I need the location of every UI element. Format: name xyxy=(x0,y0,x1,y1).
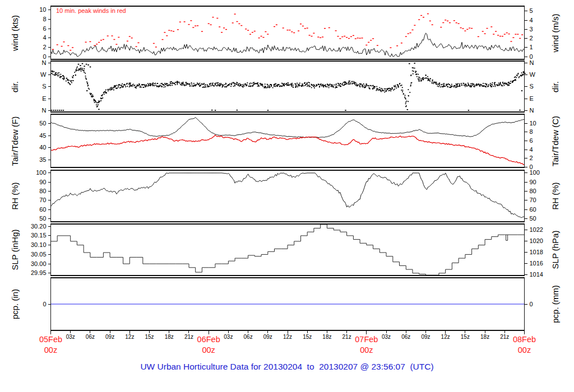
wind-peak-dot xyxy=(519,38,521,39)
dir-dot xyxy=(269,86,270,87)
dir-dot xyxy=(56,74,57,75)
dir-dot xyxy=(250,86,251,87)
dir-dot xyxy=(101,99,102,100)
wind-peak-dot xyxy=(173,31,174,31)
dir-dot xyxy=(130,86,131,87)
wind-peak-dot xyxy=(184,21,186,22)
dir-dot xyxy=(311,87,312,88)
wind-peak-dot xyxy=(377,45,378,46)
dir-dot xyxy=(128,83,129,85)
dir-dot xyxy=(166,83,167,85)
dir-dot xyxy=(449,84,450,85)
dir-dot xyxy=(136,87,137,88)
dir-dot xyxy=(211,110,212,111)
dir-dot xyxy=(94,102,95,103)
wind-peak-dot xyxy=(412,30,414,30)
dir-dot xyxy=(249,83,251,85)
y-tick-label: 1 xyxy=(530,44,533,50)
wind-peak-dot xyxy=(291,31,293,32)
y-tick-label: 4 xyxy=(530,146,533,153)
wind-peak-dot xyxy=(113,39,115,40)
dir-dot xyxy=(147,86,149,87)
dir-dot xyxy=(442,84,443,85)
dir-dot xyxy=(377,88,378,90)
dir-dot xyxy=(177,84,178,85)
dir-dot xyxy=(161,83,162,84)
dir-dot xyxy=(111,88,112,89)
dir-dot xyxy=(470,85,471,86)
wind-peak-dot xyxy=(212,17,214,17)
dir-dot xyxy=(396,88,397,89)
dir-dot xyxy=(203,86,204,87)
y-tick-label: 0 xyxy=(530,301,533,307)
dir-dot xyxy=(481,85,482,86)
dir-dot xyxy=(89,88,90,90)
dir-dot xyxy=(327,85,328,86)
x-tick-label: 06z xyxy=(401,334,410,340)
dir-dot xyxy=(150,83,151,85)
wind-peak-dot xyxy=(370,40,372,40)
wind-peak-dot xyxy=(328,27,330,28)
y-tick-label: 50 xyxy=(530,215,536,222)
dir-dot xyxy=(219,83,220,84)
dir-dot xyxy=(443,86,445,87)
wind-peak-dot xyxy=(506,32,508,33)
dir-dot xyxy=(170,82,171,83)
dir-dot xyxy=(267,110,269,111)
wind-peak-dot xyxy=(283,27,284,28)
dir-dot xyxy=(319,86,320,87)
y-tick-label: 1020 xyxy=(530,237,543,244)
wind-peak-dot xyxy=(502,36,503,36)
dir-dot xyxy=(90,93,91,94)
y-tick-label: 2 xyxy=(530,155,533,161)
dir-dot xyxy=(252,86,253,87)
x-tick-label: 06z xyxy=(244,334,253,340)
dir-dot xyxy=(440,86,441,87)
dir-dot xyxy=(85,77,86,78)
dir-dot xyxy=(66,78,67,79)
dir-dot xyxy=(325,84,326,85)
wind-peak-dot xyxy=(414,25,415,26)
wind-peak-dot xyxy=(249,34,251,35)
y-tick-label: 1018 xyxy=(530,249,543,255)
dir-dot xyxy=(453,86,455,87)
dir-dot xyxy=(471,86,472,87)
dir-dot xyxy=(236,84,237,85)
wind-peak-dot xyxy=(408,33,409,34)
dir-dot xyxy=(140,87,141,88)
dir-dot xyxy=(391,87,392,88)
dir-dot xyxy=(457,83,459,85)
dir-dot xyxy=(164,87,165,88)
dir-dot xyxy=(54,74,55,76)
wind-avg-line xyxy=(51,33,525,57)
dir-dot xyxy=(197,83,198,85)
y-tick-label: N xyxy=(42,59,47,66)
wind-peak-dot xyxy=(313,33,314,34)
y-tick-label: N xyxy=(42,107,47,114)
dir-dot xyxy=(325,85,326,86)
dir-dot xyxy=(485,83,486,84)
y-tick-label: 80 xyxy=(530,188,536,194)
dir-dot xyxy=(186,83,187,85)
x-tick-label: 03z xyxy=(224,334,233,340)
dir-dot xyxy=(516,77,517,78)
dir-dot xyxy=(223,85,224,86)
dir-dot xyxy=(225,83,226,85)
dir-dot xyxy=(223,84,224,85)
dir-dot xyxy=(164,85,165,86)
dir-dot xyxy=(96,102,98,104)
y-tick-label: 50 xyxy=(39,215,46,222)
dir-dot xyxy=(58,76,59,77)
dir-dot xyxy=(238,85,239,86)
dir-dot xyxy=(513,80,515,81)
dir-dot xyxy=(392,88,393,90)
wind-peak-dot xyxy=(94,45,95,46)
dir-dot xyxy=(267,85,269,86)
dir-dot xyxy=(234,85,235,86)
dir-dot xyxy=(63,110,64,111)
dir-dot xyxy=(237,82,238,83)
dir-dot xyxy=(393,90,394,91)
dir-dot xyxy=(171,81,172,82)
x-date-label: 07Feb xyxy=(355,335,378,344)
dir-dot xyxy=(94,100,95,101)
